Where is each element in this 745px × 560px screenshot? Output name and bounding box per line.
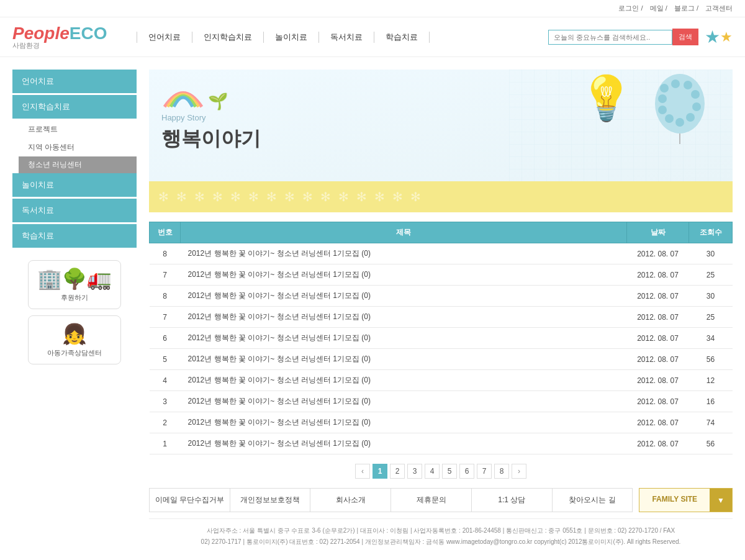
rainbow-icon	[161, 82, 205, 110]
cell-title[interactable]: 2012년 행복한 꽃 이야기~ 청소년 러닝센터 1기모집 (0)	[181, 391, 627, 412]
footer-info-line1: 사업자주소 : 서울 특별시 중구 수표로 3-6 (순무로2가) | 대표이사…	[155, 525, 726, 536]
footer-nav-partnership[interactable]: 제휴문의	[391, 489, 472, 512]
counseling-box[interactable]: 👧 아동가족상담센터	[28, 315, 121, 364]
mail-link[interactable]: 메일	[650, 4, 664, 12]
hero-title: 행복이야기	[161, 125, 720, 153]
sidebar-menu: 언어치료 인지학습치료 프로젝트 지역 아동센터 청소년 러닝센터 놀이치료 독…	[12, 70, 137, 248]
next-page-button[interactable]: ›	[512, 464, 526, 479]
cell-num: 2	[150, 412, 181, 433]
footer-info-line2: 02) 2270-1717 | 통로이미지(주) 대표번호 : 02) 2271…	[155, 536, 726, 548]
page-5-button[interactable]: 5	[442, 464, 457, 479]
cell-num: 5	[150, 349, 181, 370]
sidebar-item-study[interactable]: 학습치료	[12, 224, 137, 248]
hero-content: 🌱 Happy Story 행복이야기	[161, 82, 720, 153]
logo-text: PeopleECO	[12, 32, 107, 41]
blue-star-icon: ★	[705, 27, 720, 47]
page-1-button[interactable]: 1	[372, 464, 387, 479]
cell-title[interactable]: 2012년 행복한 꽃 이야기~ 청소년 러닝센터 1기모집 (0)	[181, 243, 627, 264]
page-2-button[interactable]: 2	[390, 464, 405, 479]
top-utility-bar: 로그인 / 메일 / 블로그 / 고객센터	[0, 0, 745, 17]
table-row: 4 2012년 행복한 꽃 이야기~ 청소년 러닝센터 1기모집 (0) 201…	[150, 370, 733, 391]
sidebar-item-language[interactable]: 언어치료	[12, 70, 137, 93]
table-row: 3 2012년 행복한 꽃 이야기~ 청소년 러닝센터 1기모집 (0) 201…	[150, 391, 733, 412]
login-link[interactable]: 로그인	[618, 4, 639, 12]
cell-title[interactable]: 2012년 행복한 꽃 이야기~ 청소년 러닝센터 1기모집 (0)	[181, 433, 627, 454]
nav-item-play[interactable]: 놀이치료	[264, 32, 319, 43]
table-row: 6 2012년 행복한 꽃 이야기~ 청소년 러닝센터 1기모집 (0) 201…	[150, 328, 733, 349]
cell-title[interactable]: 2012년 행복한 꽃 이야기~ 청소년 러닝센터 1기모집 (0)	[181, 412, 627, 433]
family-site-dropdown[interactable]: ▼	[710, 489, 732, 512]
nav-item-cognitive[interactable]: 인지학습치료	[192, 32, 264, 43]
table-row: 2 2012년 행복한 꽃 이야기~ 청소년 러닝센터 1기모집 (0) 201…	[150, 412, 733, 433]
logo-people: People	[12, 24, 70, 43]
cell-date: 2012. 08. 07	[627, 349, 689, 370]
sidebar-sub-nav: 프로젝트 지역 아동센터 청소년 러닝센터	[19, 120, 137, 173]
search-input[interactable]	[548, 30, 672, 45]
footer-nav-about[interactable]: 회사소개	[310, 489, 391, 512]
col-header-num: 번호	[150, 222, 181, 243]
sidebar-sub-project[interactable]: 프로젝트	[19, 120, 137, 138]
table-body: 8 2012년 행복한 꽃 이야기~ 청소년 러닝센터 1기모집 (0) 201…	[150, 243, 733, 454]
cell-date: 2012. 08. 07	[627, 264, 689, 286]
sidebar-item-play[interactable]: 놀이치료	[12, 173, 137, 197]
nav-item-reading[interactable]: 독서치료	[319, 32, 374, 43]
cell-title[interactable]: 2012년 행복한 꽃 이야기~ 청소년 러닝센터 1기모집 (0)	[181, 349, 627, 370]
deco-pattern: ✻ ✻ ✻ ✻ ✻ ✻ ✻ ✻ ✻ ✻ ✻ ✻ ✻ ✻ ✻	[158, 189, 421, 204]
customer-center-link[interactable]: 고객센터	[705, 4, 733, 12]
content-table: 번호 제목 날짜 조회수 8 2012년 행복한 꽃 이야기~ 청소년 러닝센터…	[149, 222, 733, 454]
yellow-star-icon: ★	[720, 29, 733, 45]
search-button[interactable]: 검색	[672, 29, 698, 45]
hero-rainbow-row: 🌱	[161, 82, 720, 110]
sidebar-sub-teen-center[interactable]: 청소년 러닝센터	[19, 156, 137, 173]
blog-link[interactable]: 블로그	[674, 4, 695, 12]
cell-views: 74	[689, 412, 733, 433]
cell-title[interactable]: 2012년 행복한 꽃 이야기~ 청소년 러닝센터 1기모집 (0)	[181, 370, 627, 391]
cell-date: 2012. 08. 07	[627, 307, 689, 328]
sidebar-item-reading[interactable]: 독서치료	[12, 199, 137, 222]
cell-views: 16	[689, 391, 733, 412]
cell-title[interactable]: 2012년 행복한 꽃 이야기~ 청소년 러닝센터 1기모집 (0)	[181, 307, 627, 328]
col-header-views: 조회수	[689, 222, 733, 243]
page-8-button[interactable]: 8	[494, 464, 509, 479]
sidebar-item-cognitive[interactable]: 인지학습치료	[12, 95, 137, 119]
cell-views: 25	[689, 307, 733, 328]
page-4-button[interactable]: 4	[425, 464, 440, 479]
cell-date: 2012. 08. 07	[627, 412, 689, 433]
table-row: 7 2012년 행복한 꽃 이야기~ 청소년 러닝센터 1기모집 (0) 201…	[150, 264, 733, 286]
cell-num: 4	[150, 370, 181, 391]
page-6-button[interactable]: 6	[459, 464, 474, 479]
nav-item-learning[interactable]: 학습치료	[374, 32, 430, 43]
footer-info: 사업자주소 : 서울 특별시 중구 수표로 3-6 (순무로2가) | 대표이사…	[149, 518, 733, 554]
sponsor-box[interactable]: 🏢🌳🚛 후원하기	[28, 260, 121, 309]
cell-num: 1	[150, 433, 181, 454]
cell-num: 7	[150, 264, 181, 286]
cell-title[interactable]: 2012년 행복한 꽃 이야기~ 청소년 러닝센터 1기모집 (0)	[181, 286, 627, 307]
cell-title[interactable]: 2012년 행복한 꽃 이야기~ 청소년 러닝센터 1기모집 (0)	[181, 328, 627, 349]
cell-title[interactable]: 2012년 행복한 꽃 이야기~ 청소년 러닝센터 1기모집 (0)	[181, 264, 627, 286]
footer-nav-directions[interactable]: 찾아오시는 길	[553, 489, 633, 512]
sidebar-sub-child-center[interactable]: 지역 아동센터	[19, 138, 137, 156]
hero-banner: 💡	[149, 70, 733, 181]
cell-date: 2012. 08. 07	[627, 370, 689, 391]
footer-nav-email[interactable]: 이메일 무단수집거부	[150, 489, 230, 512]
cell-num: 8	[150, 286, 181, 307]
footer-nav-consult[interactable]: 1:1 상담	[472, 489, 553, 512]
footer-nav-privacy[interactable]: 개인정보보호정책	[230, 489, 311, 512]
prev-page-button[interactable]: ‹	[355, 464, 370, 479]
table-row: 1 2012년 행복한 꽃 이야기~ 청소년 러닝센터 1기모집 (0) 201…	[150, 433, 733, 454]
nav-item-language[interactable]: 언어치료	[137, 32, 192, 43]
cell-num: 6	[150, 328, 181, 349]
header: PeopleECO 사람환경 언어치료 인지학습치료 놀이치료 독서치료 학습치…	[0, 17, 745, 57]
col-header-title: 제목	[181, 222, 627, 243]
pagination: ‹ 1 2 3 4 5 6 7 8 ›	[149, 464, 733, 479]
page-7-button[interactable]: 7	[477, 464, 492, 479]
cell-views: 25	[689, 264, 733, 286]
family-site-label: FAMILY SITE	[639, 489, 710, 512]
main-nav: 언어치료 인지학습치료 놀이치료 독서치료 학습치료	[137, 32, 548, 43]
footer-nav-wrapper: 이메일 무단수집거부 개인정보보호정책 회사소개 제휴문의 1:1 상담 찾아오…	[149, 488, 733, 512]
cell-views: 34	[689, 328, 733, 349]
page-3-button[interactable]: 3	[407, 464, 422, 479]
cell-views: 30	[689, 286, 733, 307]
cell-num: 7	[150, 307, 181, 328]
logo-area: PeopleECO 사람환경	[12, 24, 137, 50]
